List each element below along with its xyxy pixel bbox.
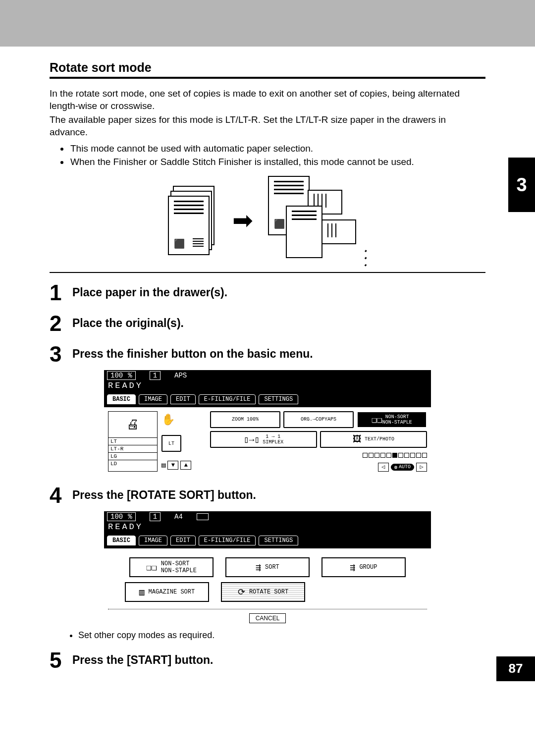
source-stack-icon: ⬛	[168, 186, 217, 255]
step-number: 5	[50, 649, 72, 671]
step4-sub-item: Set other copy modes as required.	[78, 630, 485, 641]
photo-icon: 🖼	[353, 434, 362, 444]
lcd-zoom-value: 100	[110, 513, 123, 521]
lcd-tab-efiling[interactable]: E-FILING/FILE	[199, 536, 256, 545]
density-scale-icon	[363, 453, 427, 458]
lcd-tab-edit[interactable]: EDIT	[170, 394, 196, 404]
step-text: Press the [START] button.	[72, 649, 214, 671]
lcd-tray-item[interactable]: LG	[108, 452, 157, 460]
lcd-screenshot-finisher: 100 % 1 A4 READY BASIC IMAGE EDIT E-FILI…	[104, 511, 431, 627]
lcd-down-button[interactable]: ▼	[167, 461, 178, 470]
step-number: 2	[50, 313, 72, 334]
group-icon: ⇶	[350, 562, 356, 573]
lcd-paper-label: APS	[174, 372, 187, 379]
lcd-zoom-pct: 100%	[247, 417, 259, 422]
lcd-up-button[interactable]: ▲	[180, 461, 191, 470]
lcd-finisher-button[interactable]: ❏❏ NON-SORT NON-STAPLE	[357, 411, 427, 428]
hand-icon: ✋	[161, 413, 206, 427]
lcd-divider	[108, 609, 427, 609]
arrow-right-icon: ➡	[232, 208, 253, 233]
menu-icon: ▤	[161, 461, 165, 470]
lcd-zoom-value: 100	[110, 372, 123, 379]
lcd-sort-button[interactable]: ⇶ SORT	[225, 557, 310, 577]
output-stack-icon: ⬛ ⋱	[268, 176, 367, 265]
step-text: Press the [ROTATE SORT] button.	[72, 485, 256, 506]
step-4: 4 Press the [ROTATE SORT] button.	[50, 485, 485, 506]
lcd-org-label: ORG.→COPY	[301, 417, 327, 422]
lcd-tab-image[interactable]: IMAGE	[139, 536, 167, 545]
step-5: 5 Press the [START] button.	[50, 649, 485, 671]
lcd-tray-column: 🖨 LT LT-R LG LD	[108, 411, 158, 472]
intro-paragraph-2: The available paper sizes for this mode …	[50, 114, 485, 138]
printer-icon: 🖨	[108, 412, 157, 437]
step-2: 2 Place the original(s).	[50, 313, 485, 334]
lcd-tab-efiling[interactable]: E-FILING/FILE	[199, 394, 256, 404]
step4-sublist: Set other copy modes as required.	[50, 630, 485, 641]
auto-icon: ◍	[394, 464, 397, 470]
step-text: Place the original(s).	[72, 313, 184, 334]
lcd-cancel-button[interactable]: CANCEL	[249, 613, 286, 623]
lcd-density-right[interactable]: ▷	[416, 463, 427, 472]
lcd-magazine-button[interactable]: ▥ MAGAZINE SORT	[125, 582, 209, 602]
lcd-tab-basic[interactable]: BASIC	[107, 536, 136, 545]
simplex-icon: ▯→▯	[244, 434, 260, 445]
lcd-zoom-button[interactable]: ZOOM 100%	[210, 411, 280, 428]
section-title: Rotate sort mode	[50, 60, 485, 75]
lcd-density-row	[210, 453, 427, 458]
lcd-simplex-top: 1 → 1	[266, 434, 280, 439]
step-1: 1 Place paper in the drawer(s).	[50, 282, 485, 304]
lcd-zoom-label: ZOOM	[232, 417, 244, 422]
lcd-tray-item[interactable]: LT-R	[108, 445, 157, 452]
lcd-simplex-button[interactable]: ▯→▯ 1 → 1 SIMPLEX	[210, 431, 317, 448]
lcd-tab-edit[interactable]: EDIT	[170, 536, 196, 545]
chapter-tab: 3	[508, 158, 535, 212]
step-text: Place paper in the drawer(s).	[72, 282, 227, 304]
lcd-tray-item[interactable]: LT	[108, 437, 157, 445]
lcd-sort-label: SORT	[265, 564, 279, 571]
pages-icon: ❏❏	[372, 414, 382, 425]
sort-icon: ⇶	[256, 562, 261, 573]
lcd-density-left[interactable]: ◁	[378, 463, 389, 472]
lcd-ready-label: READY	[104, 381, 431, 392]
lcd-auto-label: AUTO	[399, 464, 411, 470]
lcd-copies-value: 1	[153, 372, 157, 379]
header-gray-bar	[0, 0, 535, 47]
lcd-copies-value: 1	[153, 513, 157, 521]
rotate-sort-diagram: ⬛ ➡ ⬛ ⋱	[50, 176, 485, 265]
percent-icon: %	[128, 513, 132, 521]
lcd-group-button[interactable]: ⇶ GROUP	[321, 557, 406, 577]
lcd-nonsort-button[interactable]: ❏❏ NON-SORT NON-STAPLE	[129, 557, 214, 577]
page-number: 87	[496, 656, 535, 681]
lcd-ready-label: READY	[104, 522, 431, 534]
step-number: 4	[50, 485, 72, 506]
lcd-textphoto-button[interactable]: 🖼 TEXT/PHOTO	[320, 431, 427, 448]
lcd-tab-row: BASIC IMAGE EDIT E-FILING/FILE SETTINGS	[104, 392, 431, 407]
lcd-rotatesort-button[interactable]: ⟳ ROTATE SORT	[221, 582, 305, 602]
step-text: Press the finisher button on the basic m…	[72, 343, 313, 365]
lcd-orgcopy-button[interactable]: ORG.→COPY APS	[283, 411, 354, 428]
lcd-rotatesort-label: ROTATE SORT	[249, 589, 288, 595]
lcd-nonsort-label: NON-SORT NON-STAPLE	[161, 560, 197, 574]
pages-icon: ❏❏	[146, 562, 157, 573]
note-item: This mode cannot be used with automatic …	[69, 142, 485, 156]
step-number: 3	[50, 343, 72, 365]
intro-paragraph-1: In the rotate sort mode, one set of copi…	[50, 88, 485, 112]
lcd-auto-density[interactable]: ◍ AUTO	[391, 464, 414, 471]
lcd-paper-label: A4	[174, 513, 183, 521]
lcd-tray-item[interactable]: LD	[108, 460, 157, 467]
lcd-tab-basic[interactable]: BASIC	[107, 394, 136, 404]
section-rule	[50, 77, 485, 79]
step-number: 1	[50, 282, 72, 304]
percent-icon: %	[128, 372, 132, 379]
lcd-magazine-label: MAGAZINE SORT	[149, 589, 195, 595]
lcd-tab-settings[interactable]: SETTINGS	[259, 536, 298, 545]
lcd-textphoto-label: TEXT/PHOTO	[365, 436, 394, 442]
note-item: When the Finisher or Saddle Stitch Finis…	[69, 155, 485, 169]
lcd-screenshot-basic: 100 % 1 APS READY BASIC IMAGE EDIT E-FIL…	[104, 370, 431, 476]
lcd-tray-side[interactable]: LT	[161, 435, 181, 452]
diagram-rule	[50, 272, 485, 273]
lcd-simplex-label: SIMPLEX	[263, 439, 283, 445]
lcd-tab-settings[interactable]: SETTINGS	[259, 394, 298, 404]
notes-list: This mode cannot be used with automatic …	[50, 142, 485, 169]
lcd-tab-image[interactable]: IMAGE	[139, 394, 167, 404]
